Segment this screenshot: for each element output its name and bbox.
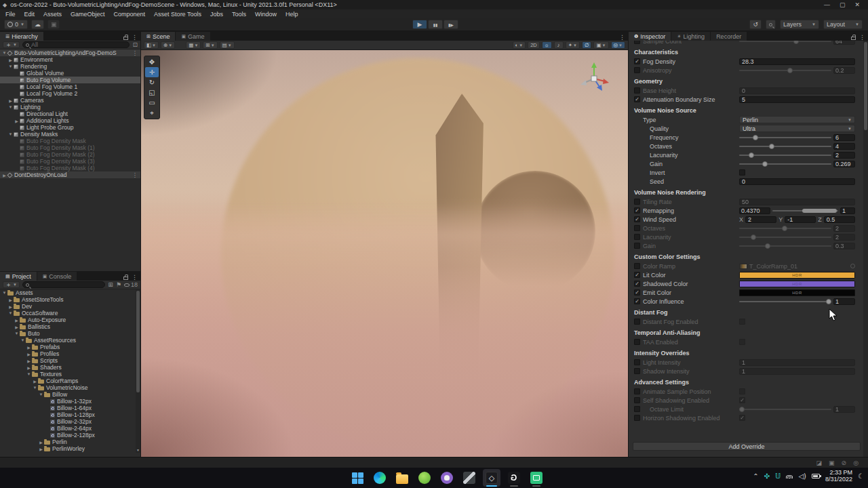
property-enable-checkbox[interactable] — [634, 406, 640, 412]
tree-item[interactable]: ▶Shaders — [0, 364, 140, 371]
property-enable-checkbox[interactable] — [634, 234, 640, 240]
tree-collapse-arrow[interactable]: ▶ — [38, 447, 44, 451]
menu-asset-store-tools[interactable]: Asset Store Tools — [154, 11, 201, 18]
tree-expand-arrow[interactable]: ▼ — [7, 311, 14, 315]
property-enable-checkbox[interactable] — [634, 359, 640, 365]
item-menu-icon[interactable]: ⋮ — [132, 171, 141, 178]
slider-track[interactable] — [739, 228, 831, 229]
tree-expand-arrow[interactable]: ▼ — [14, 331, 20, 336]
lock-icon[interactable] — [851, 37, 856, 40]
view-2d-toggle[interactable]: 2D — [528, 41, 540, 49]
panel-menu-icon[interactable]: ⋮ — [132, 34, 138, 41]
slider-knob[interactable] — [751, 235, 756, 240]
property-enable-checkbox[interactable] — [634, 225, 640, 231]
tree-item[interactable]: ▼Buto — [0, 330, 140, 337]
tree-item[interactable]: ▶PerlinWorley — [0, 445, 140, 452]
tree-item[interactable]: ▶Additional Lights — [0, 117, 140, 124]
tree-item[interactable]: Buto Fog Density Mask (4) — [0, 165, 140, 171]
scene-visibility-toggle[interactable]: ∅ — [582, 41, 592, 49]
edge-browser[interactable] — [371, 469, 389, 487]
layers-dropdown[interactable]: Layers▼ — [780, 20, 819, 29]
tree-expand-arrow[interactable]: ▼ — [7, 64, 14, 68]
cloud-button[interactable]: ☁ — [31, 20, 44, 29]
tray-app-icon[interactable]: ✣ — [764, 472, 770, 480]
value-field[interactable]: 64 — [833, 41, 855, 45]
tree-expand-arrow[interactable]: ▼ — [7, 105, 14, 109]
value-field[interactable]: 0.3 — [833, 243, 855, 249]
tree-collapse-arrow[interactable]: ▶ — [7, 98, 14, 103]
rotate-tool[interactable]: ↻ — [145, 77, 159, 87]
tree-item[interactable]: ▼Density Masks — [0, 131, 140, 138]
github-desktop[interactable] — [438, 469, 456, 487]
property-enable-checkbox[interactable] — [634, 388, 640, 394]
play-button[interactable]: ▶ — [412, 20, 427, 29]
tab-lighting[interactable]: ☀Lighting — [671, 32, 711, 41]
undo-history-button[interactable]: ↺ — [749, 20, 762, 29]
account-button[interactable]: 0 ▼ — [4, 20, 28, 29]
property-enable-checkbox[interactable]: ✓ — [634, 298, 640, 304]
value-field[interactable]: 6 — [833, 134, 855, 141]
maximize-button[interactable]: ▢ — [840, 1, 846, 8]
value-field[interactable]: 1 — [833, 406, 855, 413]
start-button[interactable] — [349, 469, 366, 487]
status-icon-2[interactable]: ▣ — [829, 460, 835, 466]
property-enable-checkbox[interactable] — [634, 199, 640, 205]
tree-item[interactable]: ▼Billow — [0, 391, 140, 398]
tree-item[interactable]: ▶ColorRamps — [0, 378, 140, 384]
slider-track[interactable] — [739, 137, 831, 138]
capture-app[interactable] — [528, 469, 545, 487]
slider-track[interactable] — [739, 409, 831, 410]
tree-collapse-arrow[interactable]: ▶ — [32, 379, 38, 384]
snap-settings-dropdown[interactable]: ▦▼ — [186, 41, 201, 49]
gizmos-dropdown[interactable]: ◎▼ — [611, 41, 626, 49]
property-enable-checkbox[interactable]: ✓ — [634, 281, 640, 287]
slider-knob[interactable] — [762, 161, 768, 167]
lock-icon[interactable] — [123, 277, 128, 280]
tree-item[interactable]: ▶AssetStoreTools — [0, 296, 140, 303]
menu-tools[interactable]: Tools — [232, 11, 246, 18]
lock-icon[interactable] — [123, 37, 128, 40]
tree-item[interactable]: Billow-2-128px — [0, 432, 140, 439]
tree-item[interactable]: ▼OccaSoftware — [0, 310, 140, 317]
min-value-field[interactable]: 0.4370 — [739, 207, 770, 214]
status-icon-3[interactable]: ⊘ — [842, 460, 847, 466]
tree-collapse-arrow[interactable]: ▶ — [7, 58, 14, 62]
tree-item[interactable]: ▶Environment — [0, 56, 140, 63]
tree-item[interactable]: Buto Fog Density Mask (2) — [0, 151, 140, 158]
tab-scene[interactable]: ⊞Scene — [141, 32, 176, 41]
panel-menu-icon[interactable]: ⋮ — [132, 274, 138, 281]
search-by-label-icon[interactable]: ⚑ — [116, 281, 121, 288]
step-button[interactable]: ▮▶ — [443, 20, 458, 29]
grid-visibility-dropdown[interactable]: ▤▼ — [220, 41, 235, 49]
taskbar-clock[interactable]: 2:33 PM 8/31/2022 — [825, 469, 852, 483]
value-field[interactable]: 2 — [833, 152, 855, 159]
minmax-range[interactable] — [802, 209, 837, 213]
tree-item[interactable]: Directional Light — [0, 110, 140, 117]
tree-collapse-arrow[interactable]: ▶ — [26, 359, 32, 363]
slider-knob[interactable] — [769, 144, 774, 149]
property-value-field[interactable]: 1 — [739, 359, 855, 366]
property-enable-checkbox[interactable] — [634, 67, 640, 73]
tree-item[interactable]: Billow-2-64px — [0, 425, 140, 432]
tool-handle-rotation-dropdown[interactable]: ⊕▼ — [161, 41, 175, 49]
close-button[interactable]: ✕ — [854, 1, 860, 8]
search-by-type-icon[interactable]: ⊞ — [108, 281, 113, 288]
property-enable-checkbox[interactable] — [634, 41, 640, 44]
move-tool[interactable]: ✛ — [145, 67, 159, 77]
slider-knob[interactable] — [765, 243, 770, 249]
item-menu-icon[interactable]: ⋮ — [132, 49, 141, 56]
search-filter-icon[interactable]: ⊡ — [132, 41, 138, 48]
slider-knob[interactable] — [826, 299, 831, 304]
project-search-input[interactable] — [22, 281, 105, 288]
property-enable-checkbox[interactable]: ✓ — [634, 216, 640, 222]
menu-assets[interactable]: Assets — [43, 11, 62, 18]
slider-track[interactable] — [739, 163, 831, 165]
tree-item[interactable]: Billow-2-32px — [0, 418, 140, 425]
scene-lighting-toggle[interactable]: ☼ — [542, 41, 552, 49]
value-field[interactable]: 4 — [833, 143, 855, 150]
slider-track[interactable] — [739, 245, 831, 247]
battery-icon[interactable] — [812, 474, 820, 479]
tree-collapse-arrow[interactable]: ▶ — [7, 298, 14, 302]
tree-item[interactable]: ▼Rendering — [0, 63, 140, 70]
tree-item[interactable]: Billow-1-128px — [0, 411, 140, 418]
